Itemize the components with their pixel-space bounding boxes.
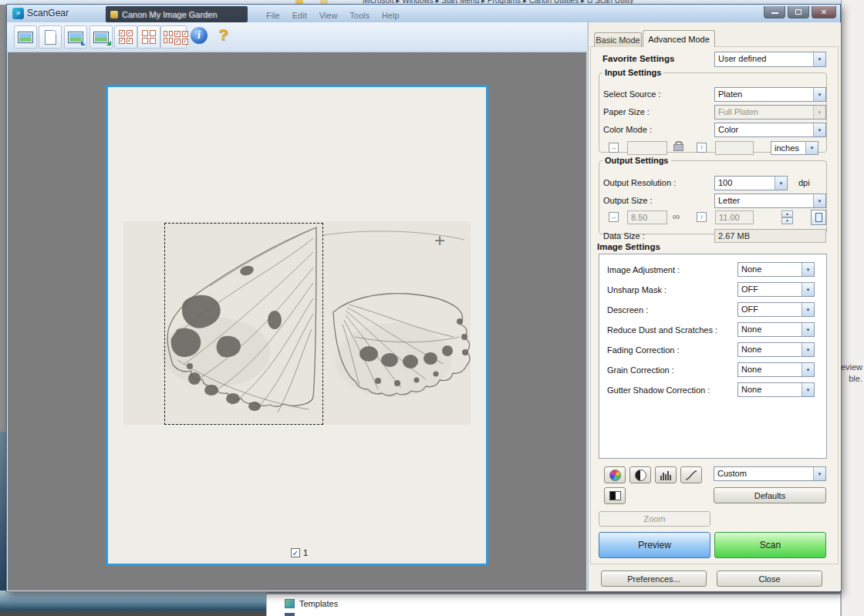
height-icon: ↕ (697, 212, 707, 222)
descreen-value: OFF (738, 303, 802, 316)
blank-page-icon (45, 30, 56, 45)
paper-size-select: Full Platen▼ (714, 105, 826, 119)
grain-correction-value: None (738, 363, 802, 376)
scan-button[interactable]: Scan (714, 532, 826, 558)
paper-size-value: Full Platen (715, 106, 813, 119)
output-resolution-label: Output Resolution : (603, 178, 676, 187)
link-icon[interactable]: ∞ (673, 213, 680, 220)
select-all-crops-button[interactable]: ✓✓✓✓ (114, 25, 137, 49)
tone-curve-button[interactable] (680, 466, 702, 483)
clear-preview-button[interactable] (39, 25, 62, 49)
brightness-contrast-button[interactable] (629, 466, 651, 483)
copy-image-button[interactable] (89, 25, 113, 49)
crop-checkbox[interactable]: ✓ (291, 548, 300, 557)
orientation-icon (815, 213, 822, 222)
minimize-button[interactable] (764, 6, 785, 19)
thumbnail-view-button[interactable] (14, 25, 37, 49)
image-settings-box: Image Adjustment : None▼ Unsharp Mask : … (599, 254, 827, 459)
spin-down-icon[interactable]: ▼ (781, 217, 793, 224)
grain-correction-select[interactable]: None▼ (737, 362, 815, 377)
crop-arrow-icon (81, 41, 86, 45)
background-window-right: eview ble. (841, 0, 864, 616)
desktop-wallpaper (0, 591, 266, 616)
select-source-value: Platen (715, 88, 813, 101)
title-bar[interactable]: » ScanGear Canon My Image Garden File Ed… (7, 5, 840, 22)
output-resolution-value: 100 (715, 177, 775, 190)
unsharp-mask-select[interactable]: OFF▼ (737, 282, 815, 297)
help-icon: ? (218, 25, 228, 43)
gutter-shadow-select[interactable]: None▼ (737, 382, 815, 397)
close-dialog-button[interactable]: Close (717, 571, 822, 587)
information-button[interactable]: i (191, 27, 208, 44)
output-resolution-select[interactable]: 100▼ (714, 176, 788, 190)
crop-image-button[interactable] (64, 25, 87, 49)
tab-advanced-mode[interactable]: Advanced Mode (643, 30, 715, 47)
chevron-down-icon: ▼ (813, 52, 825, 66)
copy-arrow-icon (106, 41, 111, 45)
chevron-down-icon: ▼ (813, 88, 825, 101)
color-mode-select[interactable]: Color▼ (714, 123, 826, 137)
saturation-button[interactable] (604, 466, 626, 483)
favorite-settings-select[interactable]: User defined▼ (714, 52, 826, 67)
orientation-button[interactable] (811, 210, 826, 225)
image-adjustment-value: None (738, 263, 802, 276)
spin-up-icon[interactable]: ▲ (781, 210, 793, 217)
clear-crops-icon (142, 30, 156, 44)
chevron-down-icon: ▼ (813, 123, 825, 136)
list-item-partial (285, 613, 295, 616)
chevron-down-icon: ▼ (802, 323, 814, 336)
tone-curve-icon (685, 470, 697, 480)
output-size-select[interactable]: Letter▼ (714, 194, 826, 208)
copy-image-icon (93, 32, 109, 43)
fading-correction-value: None (738, 343, 802, 356)
multi-crop-button[interactable]: ✓✓✓✓ (160, 25, 187, 49)
chevron-down-icon: ▼ (802, 363, 814, 376)
clear-crops-button[interactable] (137, 25, 160, 49)
paper-size-label: Paper Size : (603, 107, 650, 116)
data-size-value: 2.67 MB (714, 229, 826, 243)
maximize-button[interactable] (788, 6, 809, 19)
chevron-down-icon: ▼ (802, 343, 814, 356)
menu-edit: Edit (292, 11, 307, 20)
fading-correction-select[interactable]: None▼ (737, 342, 815, 357)
histogram-button[interactable] (655, 466, 677, 483)
preferences-button[interactable]: Preferences... (601, 571, 707, 587)
desktop-wallpaper (0, 432, 6, 616)
tab-basic-label: Basic Mode (596, 35, 640, 45)
data-size-label: Data Size : (603, 231, 645, 241)
defaults-button[interactable]: Defaults (714, 487, 826, 503)
color-wheel-icon (609, 470, 621, 481)
crop-checkbox-label: 1 (303, 548, 308, 557)
help-button[interactable]: ? (218, 25, 228, 44)
preview-button[interactable]: Preview (599, 532, 710, 558)
chevron-down-icon: ▼ (813, 194, 825, 207)
zoom-button: Zoom (599, 511, 710, 527)
reduce-dust-select[interactable]: None▼ (737, 322, 815, 337)
height-icon: ↕ (697, 143, 707, 153)
scangear-app-icon: » (12, 8, 24, 19)
favorite-settings-label: Favorite Settings (602, 54, 674, 63)
grain-correction-label: Grain Correction : (607, 365, 674, 375)
image-adjustment-select[interactable]: None▼ (737, 262, 815, 277)
chevron-down-icon: ▼ (802, 383, 814, 396)
crop-selection[interactable] (164, 223, 323, 425)
reduce-dust-label: Reduce Dust and Scratches : (607, 325, 717, 335)
height-spinner[interactable]: ▲▼ (781, 210, 793, 224)
unit-value: inches (771, 142, 805, 154)
threshold-button[interactable] (604, 487, 626, 504)
edge-text-fragment: ble. (849, 374, 862, 383)
crosshair-icon: + (434, 231, 445, 250)
tab-basic-mode[interactable]: Basic Mode (594, 32, 642, 47)
tone-preset-select[interactable]: Custom▼ (714, 466, 826, 481)
image-adjustment-label: Image Adjustment : (607, 265, 680, 274)
color-mode-label: Color Mode : (603, 125, 652, 134)
multi-crop-icon-2: ✓✓✓✓ (174, 31, 184, 43)
templates-folder-icon (285, 599, 295, 608)
templates-item[interactable]: Templates (299, 599, 338, 608)
close-button[interactable]: ✕ (812, 6, 836, 19)
lock-icon[interactable] (673, 141, 682, 151)
descreen-select[interactable]: OFF▼ (737, 302, 815, 317)
color-mode-value: Color (715, 123, 813, 136)
select-source-select[interactable]: Platen▼ (714, 87, 826, 102)
unit-select[interactable]: inches▼ (771, 141, 818, 155)
